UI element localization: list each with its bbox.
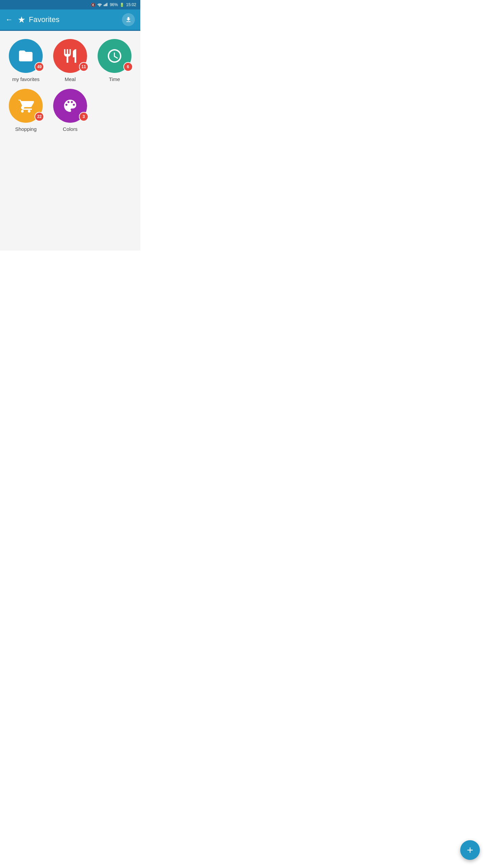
time-display: 15:02 xyxy=(126,2,136,7)
category-item-meal[interactable]: 11 Meal xyxy=(50,39,91,82)
meal-badge: 11 xyxy=(79,62,88,72)
time-label: Time xyxy=(109,76,120,82)
my-favorites-label: my favorites xyxy=(12,76,40,82)
status-bar: 🔇 96% 🔋 15:02 xyxy=(0,0,140,9)
battery-percentage: 96% xyxy=(110,2,118,7)
time-badge: 6 xyxy=(123,62,133,72)
meal-circle-container: 11 xyxy=(53,39,87,73)
battery-icon: 🔋 xyxy=(120,3,124,7)
colors-badge: 3 xyxy=(79,112,88,121)
shopping-label: Shopping xyxy=(15,126,37,132)
my-favorites-circle-container: 49 xyxy=(9,39,43,73)
status-icons: 🔇 96% 🔋 15:02 xyxy=(91,2,136,7)
shopping-badge: 22 xyxy=(35,112,44,121)
shopping-circle-container: 22 xyxy=(9,89,43,123)
empty-slot xyxy=(94,89,135,132)
clock-icon xyxy=(106,48,123,64)
category-row-2: 22 Shopping 3 Colors xyxy=(5,89,135,132)
content-area: 49 my favorites 11 Meal xyxy=(0,31,140,251)
app-bar-title-group: ★ Favorites xyxy=(18,15,59,25)
star-folder-icon xyxy=(18,48,34,64)
colors-circle-container: 3 xyxy=(53,89,87,123)
category-item-my-favorites[interactable]: 49 my favorites xyxy=(5,39,46,82)
wifi-icon xyxy=(97,2,102,7)
signal-icon xyxy=(104,2,108,7)
app-bar-left: ← ★ Favorites xyxy=(5,15,59,25)
time-circle-container: 6 xyxy=(98,39,131,73)
category-item-shopping[interactable]: 22 Shopping xyxy=(5,89,46,132)
svg-rect-1 xyxy=(105,4,105,6)
category-item-time[interactable]: 6 Time xyxy=(94,39,135,82)
page-title: Favorites xyxy=(29,15,59,24)
my-favorites-badge: 49 xyxy=(35,62,44,72)
category-row-1: 49 my favorites 11 Meal xyxy=(5,39,135,82)
favorites-star-icon: ★ xyxy=(18,15,25,25)
app-bar: ← ★ Favorites xyxy=(0,9,140,30)
fork-spoon-icon xyxy=(62,48,78,64)
palette-icon xyxy=(62,98,78,114)
svg-rect-3 xyxy=(107,3,107,6)
mute-icon: 🔇 xyxy=(91,3,96,7)
svg-rect-0 xyxy=(104,5,104,6)
colors-label: Colors xyxy=(63,126,77,132)
cart-icon xyxy=(18,98,34,114)
download-button[interactable] xyxy=(122,13,135,26)
category-item-colors[interactable]: 3 Colors xyxy=(50,89,91,132)
svg-rect-2 xyxy=(106,3,106,6)
back-button[interactable]: ← xyxy=(5,15,13,24)
meal-label: Meal xyxy=(65,76,76,82)
